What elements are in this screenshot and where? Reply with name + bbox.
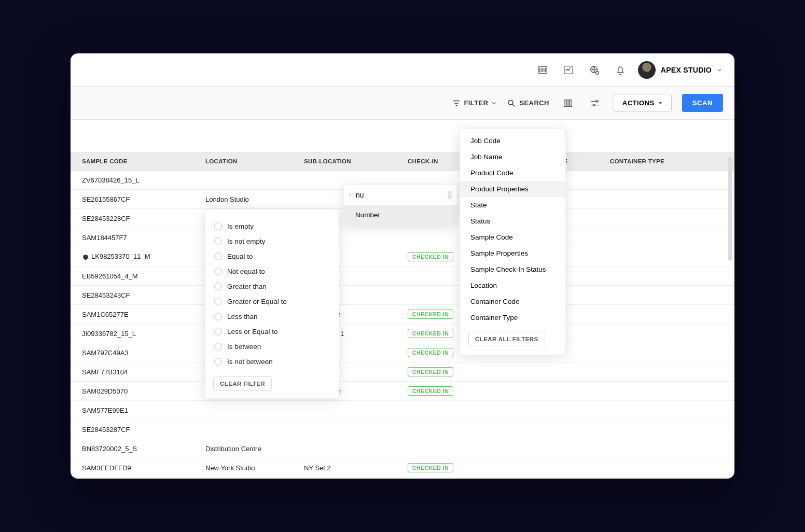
svg-point-4 (508, 100, 513, 105)
operator-label: Not equal to (227, 268, 265, 275)
operator-label: Less than (227, 313, 258, 320)
filter-field-item[interactable]: Sample Check-In Status (460, 261, 565, 277)
svg-point-9 (593, 104, 595, 106)
chevron-down-icon (717, 67, 722, 73)
cell-sample-code: JI09336782_15_L (71, 330, 205, 338)
filter-field-item[interactable]: State (460, 197, 565, 213)
table-row[interactable]: SE28453287CF (71, 420, 734, 439)
cell-sample-code: BN83720002_5_S (71, 445, 205, 453)
cell-sample-code: SAM3EEDFFD9 (71, 464, 205, 472)
cell-sample-code: SAM029D5070 (71, 387, 205, 395)
filter-icon (452, 99, 461, 108)
table-row[interactable]: SAM184457F7 (71, 228, 734, 247)
table-row[interactable]: SE28453243CF (71, 286, 734, 305)
table-row[interactable]: JI09336782_15_LLondon Set 1CHECKED IN (71, 324, 734, 343)
radio-icon (214, 253, 222, 260)
col-container-type[interactable]: CONTAINER TYPE (610, 158, 734, 164)
barcode-icon[interactable] (534, 62, 551, 78)
search-popover: ✕ Number (343, 184, 457, 225)
operator-label: Greater than (227, 283, 267, 290)
filter-field-item[interactable]: Container Type (460, 310, 565, 326)
col-sample-code[interactable]: SAMPLE CODE (71, 158, 205, 164)
filter-field-item[interactable]: Product Code (460, 165, 565, 181)
clear-all-filters-button[interactable]: CLEAR ALL FILTERS (468, 332, 545, 346)
operator-option[interactable]: Less than (213, 309, 330, 324)
filter-fields-popover: Job CodeJob NameProduct CodeProduct Prop… (460, 128, 566, 355)
cell-sample-code: SAM184457F7 (71, 234, 205, 242)
table-row[interactable]: SAMF77B3104NY Set 1CHECKED IN (71, 362, 734, 382)
search-input[interactable] (355, 190, 448, 200)
search-icon (507, 99, 516, 108)
operator-option[interactable]: Is between (213, 339, 330, 354)
operator-option[interactable]: Is not empty (213, 234, 330, 249)
table-row[interactable]: LK98253370_11_MCHECKED IN (71, 247, 734, 267)
operator-label: Is empty (227, 222, 254, 230)
cell-checkin: CHECKED IN (408, 367, 511, 376)
cell-sample-code: SAMF77B3104 (71, 368, 205, 376)
filter-field-item[interactable]: Container Code (460, 293, 565, 310)
cell-sample-code: ZV67038426_15_L (71, 176, 205, 184)
filter-field-item[interactable]: Location (460, 277, 565, 293)
caret-down-icon (658, 101, 663, 106)
search-icon (349, 191, 352, 199)
operator-option[interactable]: Is not between (213, 354, 330, 369)
table-row[interactable]: SAM029D5070Stock RoomCHECKED IN (71, 382, 734, 401)
account-menu[interactable]: APEX STUDIO (638, 61, 722, 79)
operator-option[interactable]: Greater than (213, 279, 330, 294)
filter-button[interactable]: FILTER (452, 99, 497, 108)
filter-field-item[interactable]: Job Code (460, 133, 565, 149)
operator-option[interactable]: Equal to (213, 249, 330, 264)
clear-search-icon[interactable]: ✕ (448, 191, 452, 199)
operator-label: Is between (227, 343, 261, 351)
radio-icon (214, 313, 222, 320)
cell-sample-code: SE28453228CF (71, 215, 205, 222)
cell-sample-code: LK98253370_11_M (71, 253, 205, 261)
clear-filter-button[interactable]: CLEAR FILTER (213, 376, 272, 391)
filter-field-item[interactable]: Sample Properties (460, 245, 565, 261)
chart-icon[interactable] (560, 62, 577, 78)
search-button[interactable]: SEARCH (507, 99, 549, 108)
col-sublocation[interactable]: SUB-LOCATION (304, 158, 408, 164)
table-row[interactable]: SAM3EEDFFD9New York StudioNY Set 2CHECKE… (71, 458, 734, 478)
operator-option[interactable]: Is empty (213, 219, 330, 234)
operator-option[interactable]: Not equal to (213, 264, 330, 279)
filter-field-item[interactable]: Product Properties (460, 181, 565, 197)
table-row[interactable]: SAM1C65277EStock RoomCHECKED IN (71, 305, 734, 324)
cell-sublocation: NY Set 2 (304, 464, 408, 472)
search-option[interactable]: Number (344, 205, 457, 225)
col-location[interactable]: LOCATION (205, 158, 304, 164)
svg-rect-6 (567, 100, 569, 106)
radio-icon (214, 268, 222, 275)
operator-option[interactable]: Greater or Equal to (213, 294, 330, 309)
radio-icon (214, 222, 222, 230)
operator-label: Is not empty (227, 237, 266, 245)
cell-location: Distribution Centre (205, 445, 304, 453)
filter-label: FILTER (464, 99, 489, 107)
radio-icon (214, 343, 222, 351)
cell-sample-code: SE26155867CF (71, 195, 205, 203)
operator-option[interactable]: Less or Equal to (213, 324, 330, 339)
table-header: SAMPLE CODE LOCATION SUB-LOCATION CHECK-… (71, 152, 734, 171)
table-row[interactable]: SAM797C49A3NY Set 2CHECKED IN (71, 343, 734, 362)
table-row[interactable]: SAM577E99E1 (71, 401, 734, 420)
sliders-icon[interactable] (587, 95, 603, 111)
filter-field-item[interactable]: Status (460, 213, 565, 229)
scrollbar[interactable] (728, 157, 732, 261)
table-row[interactable]: EB59261054_4_M (71, 267, 734, 286)
radio-icon (214, 237, 222, 245)
cell-location: London Studio (205, 195, 304, 203)
operator-label: Less or Equal to (227, 328, 278, 335)
scan-button[interactable]: SCAN (682, 94, 723, 112)
globe-settings-icon[interactable] (586, 62, 603, 78)
filter-field-item[interactable]: Job Name (460, 149, 565, 165)
table-row[interactable]: BN83720002_5_SDistribution Centre (71, 439, 734, 458)
actionbar: FILTER SEARCH ACTIONS SCAN (71, 87, 734, 120)
columns-icon[interactable] (560, 95, 576, 111)
radio-icon (214, 298, 222, 305)
bell-icon[interactable] (612, 62, 629, 78)
cell-checkin: CHECKED IN (408, 463, 511, 472)
filter-field-item[interactable]: Sample Code (460, 229, 565, 245)
operator-label: Greater or Equal to (227, 298, 287, 305)
avatar (638, 61, 656, 79)
actions-button[interactable]: ACTIONS (614, 94, 672, 112)
